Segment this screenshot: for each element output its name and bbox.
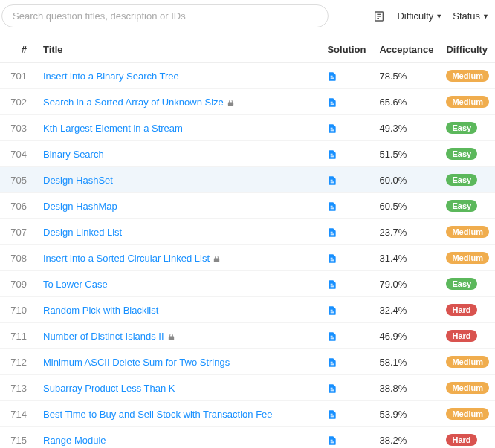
difficulty-badge: Easy bbox=[446, 278, 477, 290]
acceptance: 31.4% bbox=[373, 245, 440, 271]
table-row: 715Range Module38.2%Hard bbox=[0, 427, 495, 449]
difficulty-filter-label: Difficulty bbox=[397, 10, 433, 22]
document-icon[interactable] bbox=[327, 330, 337, 342]
acceptance: 23.7% bbox=[373, 219, 440, 245]
difficulty-badge: Medium bbox=[446, 408, 489, 420]
acceptance: 58.1% bbox=[373, 349, 440, 375]
problem-link[interactable]: Random Pick with Blacklist bbox=[43, 305, 158, 316]
document-icon[interactable] bbox=[327, 434, 337, 446]
document-icon[interactable] bbox=[327, 200, 337, 212]
solution-cell bbox=[321, 193, 373, 219]
document-icon[interactable] bbox=[327, 252, 337, 264]
table-row: 709To Lower Case79.0%Easy bbox=[0, 271, 495, 297]
problem-link[interactable]: Design HashSet bbox=[43, 175, 113, 186]
problem-title-cell: Search in a Sorted Array of Unknown Size bbox=[37, 89, 321, 115]
difficulty-badge: Medium bbox=[446, 70, 489, 82]
difficulty-badge: Hard bbox=[446, 330, 476, 342]
difficulty-badge: Medium bbox=[446, 96, 489, 108]
problem-link[interactable]: Design HashMap bbox=[43, 201, 117, 212]
document-icon[interactable] bbox=[327, 148, 337, 160]
document-icon[interactable] bbox=[327, 226, 337, 238]
acceptance: 49.3% bbox=[373, 115, 440, 141]
acceptance: 46.9% bbox=[373, 323, 440, 349]
difficulty-cell: Easy bbox=[440, 271, 495, 297]
acceptance: 32.4% bbox=[373, 297, 440, 323]
problem-title-cell: Minimum ASCII Delete Sum for Two Strings bbox=[37, 349, 321, 375]
problem-link[interactable]: Subarray Product Less Than K bbox=[43, 383, 175, 394]
col-difficulty[interactable]: Difficulty bbox=[440, 36, 495, 63]
table-row: 702Search in a Sorted Array of Unknown S… bbox=[0, 89, 495, 115]
difficulty-cell: Medium bbox=[440, 349, 495, 375]
pick-one-icon[interactable] bbox=[370, 7, 388, 25]
table-row: 703Kth Largest Element in a Stream49.3%E… bbox=[0, 115, 495, 141]
problem-link[interactable]: Number of Distinct Islands II bbox=[43, 331, 164, 342]
problem-link[interactable]: Search in a Sorted Array of Unknown Size bbox=[43, 97, 224, 108]
problem-title-cell: Subarray Product Less Than K bbox=[37, 375, 321, 401]
problem-link[interactable]: Best Time to Buy and Sell Stock with Tra… bbox=[43, 409, 273, 420]
problem-link[interactable]: Insert into a Binary Search Tree bbox=[43, 71, 179, 82]
problem-id: 714 bbox=[0, 401, 37, 427]
difficulty-badge: Hard bbox=[446, 434, 476, 446]
table-row: 712Minimum ASCII Delete Sum for Two Stri… bbox=[0, 349, 495, 375]
document-icon[interactable] bbox=[327, 96, 337, 108]
table-row: 713Subarray Product Less Than K38.8%Medi… bbox=[0, 375, 495, 401]
difficulty-cell: Hard bbox=[440, 297, 495, 323]
search-input[interactable] bbox=[1, 4, 329, 27]
solution-cell bbox=[321, 427, 373, 449]
difficulty-cell: Easy bbox=[440, 167, 495, 193]
difficulty-badge: Hard bbox=[446, 304, 476, 316]
problem-title-cell: Kth Largest Element in a Stream bbox=[37, 115, 321, 141]
difficulty-badge: Easy bbox=[446, 148, 477, 160]
col-title[interactable]: Title bbox=[37, 36, 321, 63]
problem-link[interactable]: Minimum ASCII Delete Sum for Two Strings bbox=[43, 357, 230, 368]
solution-cell bbox=[321, 401, 373, 427]
problem-title-cell: Binary Search bbox=[37, 141, 321, 167]
difficulty-cell: Medium bbox=[440, 375, 495, 401]
lock-icon bbox=[167, 332, 175, 341]
col-number[interactable]: # bbox=[0, 36, 37, 63]
problem-id: 703 bbox=[0, 115, 37, 141]
problem-link[interactable]: Design Linked List bbox=[43, 227, 122, 238]
document-icon[interactable] bbox=[327, 278, 337, 290]
document-icon[interactable] bbox=[327, 408, 337, 420]
problem-link[interactable]: Binary Search bbox=[43, 149, 104, 160]
acceptance: 65.6% bbox=[373, 89, 440, 115]
table-row: 711Number of Distinct Islands II46.9%Har… bbox=[0, 323, 495, 349]
problem-link[interactable]: Range Module bbox=[43, 435, 106, 446]
problem-link[interactable]: Kth Largest Element in a Stream bbox=[43, 123, 183, 134]
document-icon[interactable] bbox=[327, 174, 337, 186]
difficulty-badge: Medium bbox=[446, 356, 489, 368]
solution-cell bbox=[321, 115, 373, 141]
difficulty-cell: Hard bbox=[440, 323, 495, 349]
document-icon[interactable] bbox=[327, 304, 337, 316]
problem-id: 704 bbox=[0, 141, 37, 167]
solution-cell bbox=[321, 89, 373, 115]
difficulty-filter[interactable]: Difficulty ▼ bbox=[395, 7, 444, 25]
difficulty-cell: Hard bbox=[440, 427, 495, 449]
difficulty-cell: Medium bbox=[440, 401, 495, 427]
document-icon[interactable] bbox=[327, 70, 337, 82]
document-icon[interactable] bbox=[327, 122, 337, 134]
acceptance: 51.5% bbox=[373, 141, 440, 167]
status-filter[interactable]: Status ▼ bbox=[451, 7, 491, 25]
col-acceptance[interactable]: Acceptance bbox=[373, 36, 440, 63]
table-row: 710Random Pick with Blacklist32.4%Hard bbox=[0, 297, 495, 323]
difficulty-cell: Medium bbox=[440, 219, 495, 245]
solution-cell bbox=[321, 141, 373, 167]
document-icon[interactable] bbox=[327, 382, 337, 394]
problem-link[interactable]: To Lower Case bbox=[43, 279, 108, 290]
problem-title-cell: Design HashMap bbox=[37, 193, 321, 219]
problem-link[interactable]: Insert into a Sorted Circular Linked Lis… bbox=[43, 253, 210, 264]
table-row: 714Best Time to Buy and Sell Stock with … bbox=[0, 401, 495, 427]
problem-title-cell: Best Time to Buy and Sell Stock with Tra… bbox=[37, 401, 321, 427]
problem-id: 711 bbox=[0, 323, 37, 349]
document-icon[interactable] bbox=[327, 356, 337, 368]
difficulty-badge: Medium bbox=[446, 382, 489, 394]
problem-title-cell: Insert into a Binary Search Tree bbox=[37, 63, 321, 89]
problem-id: 702 bbox=[0, 89, 37, 115]
solution-cell bbox=[321, 245, 373, 271]
col-solution[interactable]: Solution bbox=[321, 36, 373, 63]
difficulty-badge: Medium bbox=[446, 252, 489, 264]
acceptance: 53.9% bbox=[373, 401, 440, 427]
table-row: 705Design HashSet60.0%Easy bbox=[0, 167, 495, 193]
